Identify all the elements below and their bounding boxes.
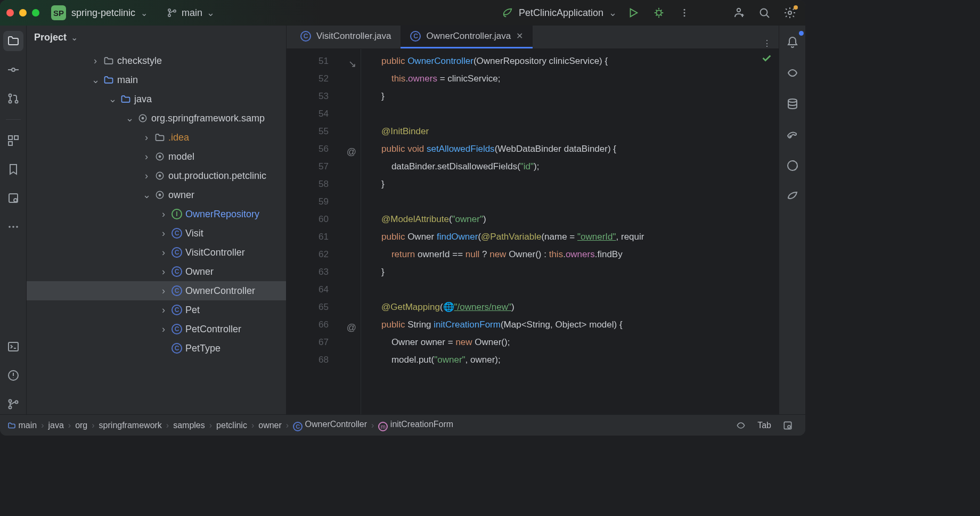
tree-label: PetController [185, 324, 241, 335]
tree-row[interactable]: › C Owner [27, 262, 286, 281]
notifications-button[interactable] [782, 32, 803, 52]
coverage-tool-button[interactable] [782, 155, 803, 176]
svg-point-40 [788, 425, 790, 428]
svg-point-2 [174, 10, 176, 12]
gutter[interactable]: 51↘5253545556@57585960616263646566@6768 [287, 49, 361, 414]
tree-row[interactable]: › C VisitController [27, 243, 286, 262]
database-tool-button[interactable] [3, 188, 23, 208]
svg-point-29 [142, 117, 143, 119]
svg-point-33 [159, 175, 160, 176]
breadcrumb-item[interactable]: owner [258, 421, 282, 430]
tab-visit-controller[interactable]: C VisitController.java [291, 25, 401, 48]
tree-label: model [168, 151, 194, 162]
vcs-tool-button[interactable] [3, 394, 23, 414]
project-selector[interactable]: SP spring-petclinic ⌄ [47, 4, 152, 21]
chevron-icon: › [159, 305, 168, 316]
project-tool-button[interactable] [3, 31, 23, 51]
tree-row[interactable]: › model [27, 147, 286, 166]
tree-row[interactable]: › I OwnerRepository [27, 204, 286, 224]
close-window[interactable] [6, 9, 14, 17]
run-button[interactable] [624, 4, 642, 22]
svg-point-37 [790, 136, 791, 137]
breadcrumb-item[interactable]: springframework [99, 421, 162, 430]
run-config-selector[interactable]: PetClinicApplication ⌄ [502, 7, 617, 19]
tree-row[interactable]: › C Pet [27, 300, 286, 320]
tree-row[interactable]: C PetType [27, 339, 286, 358]
package-icon [154, 151, 165, 162]
class-icon: C [300, 31, 311, 42]
debug-button[interactable] [650, 4, 668, 22]
tree-row[interactable]: ⌄ owner [27, 185, 286, 204]
minimize-window[interactable] [19, 9, 27, 17]
tree-row[interactable]: › C Visit [27, 224, 286, 243]
svg-point-12 [9, 94, 11, 97]
tree-label: java [134, 94, 152, 105]
vcs-branch-selector[interactable]: main ⌄ [167, 7, 215, 19]
tabs-more-button[interactable]: ⋮ [755, 38, 779, 48]
pull-requests-tool-button[interactable] [3, 88, 23, 109]
breadcrumb-item[interactable]: main [7, 421, 37, 430]
more-tools-button[interactable] [3, 217, 23, 237]
svg-rect-15 [9, 136, 12, 140]
breadcrumb-item[interactable]: m initCreationForm [378, 420, 453, 431]
branch-name: main [182, 7, 202, 19]
chevron-icon: › [159, 228, 168, 239]
analysis-ok-icon[interactable] [761, 52, 772, 64]
status-settings-icon[interactable] [778, 415, 798, 436]
svg-point-0 [168, 9, 170, 11]
svg-point-27 [15, 401, 18, 404]
window-controls [6, 9, 39, 17]
breadcrumb-item[interactable]: org [75, 421, 87, 430]
chevron-icon: ⌄ [91, 74, 100, 86]
svg-marker-3 [631, 9, 638, 17]
svg-point-9 [761, 9, 767, 16]
chevron-down-icon: ⌄ [71, 32, 78, 43]
breadcrumb-item[interactable]: java [48, 421, 63, 430]
breadcrumb-item[interactable]: C OwnerController [293, 420, 367, 431]
branch-icon [167, 7, 177, 18]
code-content[interactable]: public OwnerController(OwnerRepository c… [361, 49, 779, 414]
structure-tool-button[interactable] [3, 130, 23, 151]
search-button[interactable] [755, 4, 773, 22]
code-with-me-button[interactable] [730, 4, 748, 22]
tree-label: org.springframework.samp [151, 113, 265, 124]
breadcrumb-item[interactable]: petclinic [216, 421, 247, 430]
spring-tool-button[interactable] [782, 186, 803, 207]
class-icon: C [172, 247, 182, 258]
maximize-window[interactable] [32, 9, 39, 17]
chevron-icon: › [159, 266, 168, 277]
project-panel-header[interactable]: Project ⌄ [27, 26, 286, 49]
tree-row[interactable]: ⌄ main [27, 70, 286, 89]
tree-row[interactable]: › checkstyle [27, 51, 286, 70]
tree-label: .idea [168, 132, 189, 143]
code-editor[interactable]: 51↘5253545556@57585960616263646566@6768 … [287, 49, 779, 414]
folder-src-icon [120, 94, 131, 104]
tree-row[interactable]: › C OwnerController [27, 281, 286, 300]
tab-owner-controller[interactable]: C OwnerController.java ✕ [401, 25, 533, 48]
tree-row[interactable]: › C PetController [27, 320, 286, 339]
breadcrumbs[interactable]: main›java›org›springframework›samples›pe… [7, 420, 453, 431]
commit-tool-button[interactable] [3, 60, 23, 80]
tree-row[interactable]: ⌄ java [27, 89, 286, 109]
problems-tool-button[interactable] [3, 365, 23, 386]
more-actions-button[interactable] [675, 4, 693, 22]
svg-point-13 [9, 101, 11, 103]
ai-assistant-button[interactable] [782, 63, 803, 83]
svg-point-10 [788, 11, 791, 14]
svg-point-36 [788, 99, 797, 102]
svg-point-21 [12, 226, 14, 228]
breadcrumb-item[interactable]: samples [173, 421, 205, 430]
tree-row[interactable]: › .idea [27, 128, 286, 147]
close-tab-icon[interactable]: ✕ [516, 31, 523, 41]
bookmarks-tool-button[interactable] [3, 159, 23, 179]
terminal-tool-button[interactable] [3, 337, 23, 357]
tree-row[interactable]: › out.production.petclinic [27, 166, 286, 185]
status-ai-icon[interactable] [731, 415, 751, 436]
package-icon [154, 190, 165, 200]
settings-button[interactable] [781, 4, 799, 22]
gradle-tool-button[interactable] [782, 125, 803, 145]
database-panel-button[interactable] [782, 94, 803, 114]
folder-src-icon [103, 75, 114, 85]
project-tree[interactable]: › checkstyle⌄ main⌄ java⌄ org.springfram… [27, 49, 286, 414]
tree-row[interactable]: ⌄ org.springframework.samp [27, 109, 286, 128]
